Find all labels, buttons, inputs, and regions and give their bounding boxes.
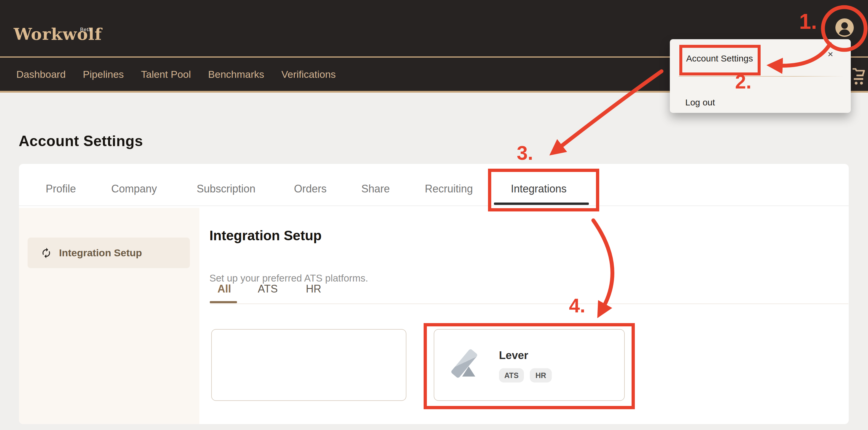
filter-divider bbox=[210, 304, 848, 304]
annotation-box-integrations-tab bbox=[488, 169, 599, 211]
active-filter-underline bbox=[210, 301, 237, 303]
annotation-step-1: 1. bbox=[799, 11, 817, 32]
filter-tab-hr[interactable]: HR bbox=[306, 282, 321, 296]
sidebar-item-label: Integration Setup bbox=[59, 247, 142, 259]
nav-item-verifications[interactable]: Verifications bbox=[281, 68, 336, 80]
annotation-step-4: 4. bbox=[569, 296, 585, 315]
integration-card-empty[interactable] bbox=[211, 329, 406, 401]
beta-badge: Beta bbox=[80, 27, 92, 33]
tabs-divider bbox=[19, 205, 849, 206]
tab-recruiting[interactable]: Recruiting bbox=[425, 181, 473, 197]
tab-orders[interactable]: Orders bbox=[294, 181, 327, 197]
sync-icon bbox=[41, 247, 52, 259]
close-icon[interactable]: × bbox=[828, 49, 833, 59]
nav-item-pipelines[interactable]: Pipelines bbox=[83, 68, 124, 80]
filter-tab-ats[interactable]: ATS bbox=[258, 282, 278, 296]
section-heading: Integration Setup bbox=[210, 227, 321, 243]
page-title: Account Settings bbox=[19, 133, 143, 150]
account-icon[interactable] bbox=[835, 18, 854, 37]
annotation-box-lever-card bbox=[424, 323, 635, 409]
settings-sidebar: Integration Setup bbox=[19, 208, 199, 424]
nav-item-benchmarks[interactable]: Benchmarks bbox=[208, 68, 264, 80]
orders-cart-icon[interactable] bbox=[851, 66, 866, 87]
annotation-step-2: 2. bbox=[735, 72, 751, 91]
tab-profile[interactable]: Profile bbox=[46, 181, 76, 197]
tab-company[interactable]: Company bbox=[111, 181, 157, 197]
menu-divider bbox=[679, 76, 845, 77]
nav-item-dashboard[interactable]: Dashboard bbox=[16, 68, 66, 80]
sidebar-item-integration-setup[interactable]: Integration Setup bbox=[28, 237, 190, 268]
section-subtitle: Set up your preferred ATS platforms. bbox=[210, 273, 368, 284]
tab-share[interactable]: Share bbox=[361, 181, 390, 197]
tab-subscription[interactable]: Subscription bbox=[197, 181, 255, 197]
menu-item-log-out[interactable]: Log out bbox=[685, 97, 715, 108]
annotation-step-3: 3. bbox=[517, 143, 533, 163]
nav-item-talent-pool[interactable]: Talent Pool bbox=[141, 68, 191, 80]
filter-tab-all[interactable]: All bbox=[217, 282, 231, 296]
